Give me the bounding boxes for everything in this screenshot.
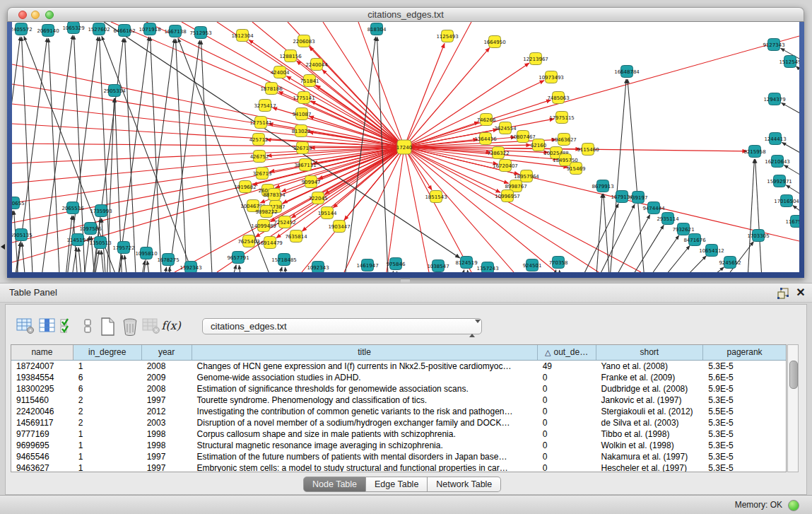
graph-edge: [271, 267, 282, 272]
graph-node-label: 7252452: [273, 220, 295, 226]
graph-edge: [746, 159, 754, 272]
table-row[interactable]: 977716911998Corpus callosum shape and si…: [11, 428, 786, 440]
graph-edge: [124, 255, 130, 272]
table-row[interactable]: 1456911722003Disruption of a novel membe…: [11, 417, 786, 428]
tab-edge-table[interactable]: Edge Table: [366, 477, 428, 492]
graph-node-label: 1092343: [307, 265, 329, 271]
graph-node-label: 425712: [249, 137, 269, 143]
graph-node-label: 1350513: [89, 240, 111, 246]
dropdown-arrows-icon: [469, 321, 476, 332]
graph-edge: [630, 235, 679, 272]
new-column-button[interactable]: [98, 316, 117, 337]
tab-node-table[interactable]: Node Table: [303, 477, 366, 492]
table-cell: Genome-wide association studies in ADHD.: [192, 372, 538, 383]
graph-node-label: 2069140: [37, 28, 59, 34]
close-panel-icon[interactable]: ✕: [794, 285, 807, 300]
graph-node-label: 975846: [387, 262, 406, 267]
select-all-button[interactable]: [58, 316, 78, 337]
column-header-year[interactable]: year: [142, 345, 192, 360]
graph-edge: [782, 103, 799, 127]
network-canvas[interactable]: 2405572206914010653291527602646616210719…: [12, 22, 799, 272]
graph-node-label: 17975115: [549, 115, 575, 121]
graph-node-label: 7932621: [672, 227, 694, 233]
float-panel-icon[interactable]: [777, 288, 789, 299]
graph-node-label: 813022: [292, 129, 311, 134]
graph-node-label: 9127343: [763, 42, 784, 48]
column-header-name[interactable]: name: [11, 345, 73, 360]
column-header-in_degree[interactable]: in_degree: [73, 345, 142, 360]
graph-edge: [78, 247, 84, 272]
graph-edge: [12, 211, 13, 272]
graph-edge: [147, 261, 153, 272]
table-cell: de Silva et al. (2003): [596, 417, 703, 428]
table-cell: 9699695: [11, 440, 73, 451]
row-selector-button[interactable]: [78, 316, 98, 337]
table-row[interactable]: 1830029562008Estimation of significance …: [11, 383, 786, 395]
graph-node-label: 18957964: [514, 174, 539, 180]
table-row[interactable]: 1872400712008Changes of HCN gene express…: [11, 361, 786, 372]
table-mode-button[interactable]: [16, 316, 35, 337]
memory-ok-indicator-icon: [788, 500, 799, 511]
graph-node-label: 1244413: [764, 136, 786, 142]
window-title: citations_edges.txt: [8, 8, 804, 22]
delete-column-button[interactable]: [120, 316, 140, 337]
graph-node-label: 1667138: [164, 29, 186, 35]
scrollbar-thumb[interactable]: [789, 361, 798, 389]
panel-collapse-arrow-icon[interactable]: [1, 244, 5, 250]
table-cell: 6: [73, 383, 142, 395]
table-cell: Nakamura et al. (1997): [596, 451, 703, 462]
graph-edge: [594, 194, 602, 272]
graph-edge: [404, 147, 641, 272]
graph-node-label: 1275141: [249, 120, 271, 126]
graph-node-label: 424004: [271, 70, 290, 76]
table-cell: 2: [73, 406, 142, 417]
graph-edge: [12, 104, 404, 147]
table-cell: 0: [538, 462, 596, 472]
graph-node-label: 1038547: [427, 264, 449, 269]
column-header-out_de[interactable]: △out_de…: [538, 345, 596, 360]
graph-edge: [784, 165, 799, 189]
window-titlebar[interactable]: citations_edges.txt: [7, 7, 804, 22]
graph-edge: [341, 37, 376, 272]
table-selector-dropdown[interactable]: citations_edges.txt: [202, 318, 482, 334]
table-cell: 0: [538, 395, 596, 406]
tab-network-table[interactable]: Network Table: [428, 477, 501, 492]
table-cell: 2008: [142, 361, 192, 372]
column-header-title[interactable]: title: [192, 345, 538, 360]
table-cell: 1997: [142, 395, 192, 406]
table-row[interactable]: 911546021997Tourette syndrome. Phenomeno…: [11, 395, 786, 406]
table-cell: 1: [73, 451, 142, 462]
column-header-pagerank[interactable]: pagerank: [703, 345, 786, 360]
graph-node-label: 1678275: [157, 257, 179, 263]
graph-node-label: 7625402: [237, 239, 259, 245]
table-mode-icon: [16, 317, 35, 334]
graph-node-label: 941087: [293, 112, 312, 117]
table-cell: Embryonic stem cells: a model to study s…: [192, 462, 538, 472]
graph-node-label: 7485063: [547, 95, 569, 101]
show-columns-button[interactable]: [37, 316, 57, 337]
function-builder-button[interactable]: f(x): [161, 316, 181, 337]
table-row[interactable]: 969969511998Structural magnetic resonanc…: [11, 440, 786, 451]
table-row[interactable]: 946362711997Embryonic stem cells: a mode…: [11, 462, 786, 472]
graph-edge: [755, 159, 763, 272]
graph-node-label: 924501: [523, 263, 542, 269]
graph-edge: [225, 265, 236, 272]
graph-node-label: 3275417: [254, 103, 276, 109]
table-row[interactable]: 2242004622012Investigating the contribut…: [11, 406, 786, 417]
column-header-short[interactable]: short: [596, 345, 704, 360]
table-cell: Dudbridge et al. (2008): [596, 383, 703, 395]
table-cell: 0: [538, 440, 596, 451]
table-cell: 5.3E-5: [703, 395, 786, 406]
graph-edge: [404, 147, 471, 272]
import-table-button[interactable]: [141, 316, 161, 337]
graph-node-label: 1392343: [180, 265, 201, 271]
table-row[interactable]: 946554611997Estimation of the future num…: [11, 451, 786, 462]
graph-edge: [397, 271, 401, 272]
table-row[interactable]: 1938455462009Genome-wide association stu…: [11, 372, 786, 383]
vertical-scrollbar[interactable]: [787, 344, 799, 472]
graph-node-label: 8679913: [592, 184, 613, 189]
graph-node-label: 1527602: [88, 27, 110, 33]
graph-node-label: 818304: [367, 27, 387, 33]
trash-icon: [121, 317, 139, 336]
graph-node-label: 1145194: [66, 238, 89, 243]
